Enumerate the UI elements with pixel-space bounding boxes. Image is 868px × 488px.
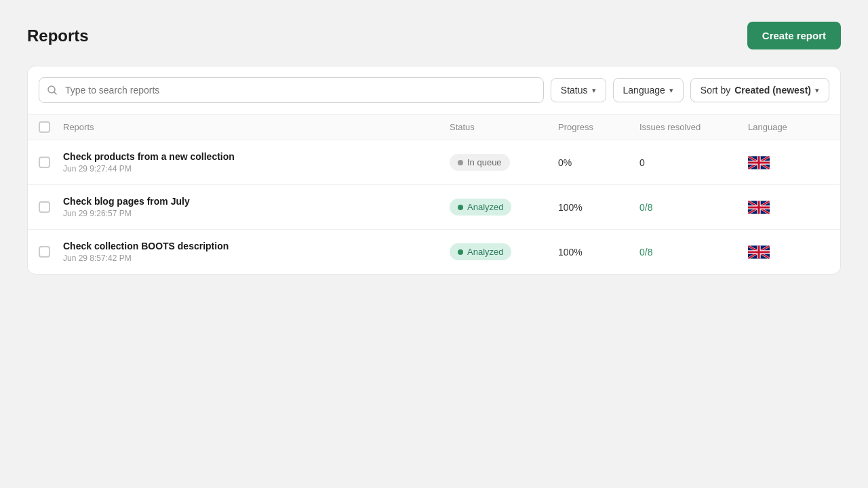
table-row: Check products from a new collection Jun… [28, 140, 840, 185]
status-cell-0: In queue [450, 154, 558, 171]
issues-cell-2: 0/8 [639, 247, 748, 258]
progress-cell-0: 0% [558, 157, 639, 168]
status-badge-0: In queue [450, 154, 510, 171]
report-name-1: Check blog pages from July [63, 196, 450, 207]
row-checkbox-0[interactable] [39, 157, 50, 168]
sort-button[interactable]: Sort by Created (newest) ▾ [690, 78, 829, 102]
search-input[interactable] [39, 77, 544, 103]
search-icon [47, 85, 58, 96]
report-info-2: Check collection BOOTS description Jun 2… [63, 241, 450, 263]
progress-cell-2: 100% [558, 247, 639, 258]
status-filter-label: Status [561, 85, 588, 96]
col-progress: Progress [558, 122, 639, 132]
flag-cell-1 [748, 201, 829, 214]
row-checkbox-2[interactable] [39, 246, 50, 258]
issues-cell-0: 0 [639, 157, 748, 168]
report-date-2: Jun 29 8:57:42 PM [63, 253, 450, 263]
table-body: Check products from a new collection Jun… [28, 140, 840, 274]
language-chevron-icon: ▾ [669, 86, 673, 95]
status-badge-1: Analyzed [450, 199, 511, 216]
flag-cell-2 [748, 245, 829, 259]
col-status: Status [450, 122, 558, 132]
report-info-0: Check products from a new collection Jun… [63, 151, 450, 174]
toolbar: Status ▾ Language ▾ Sort by Created (new… [28, 66, 840, 114]
status-cell-1: Analyzed [450, 199, 558, 216]
status-dot-2 [458, 249, 463, 255]
page-title: Reports [27, 26, 89, 45]
language-filter-label: Language [623, 85, 665, 96]
sort-chevron-icon: ▾ [815, 86, 819, 95]
row-checkbox-1[interactable] [39, 201, 50, 213]
status-cell-2: Analyzed [450, 243, 558, 260]
issues-cell-1: 0/8 [639, 202, 748, 213]
status-filter-button[interactable]: Status ▾ [551, 78, 606, 102]
sort-value: Created (newest) [734, 85, 811, 96]
report-date-1: Jun 29 9:26:57 PM [63, 209, 450, 218]
status-dot-0 [458, 160, 463, 165]
reports-container: Status ▾ Language ▾ Sort by Created (new… [27, 66, 841, 274]
report-date-0: Jun 29 9:27:44 PM [63, 164, 450, 174]
col-issues: Issues resolved [639, 122, 748, 132]
table-header: Reports Status Progress Issues resolved … [28, 114, 840, 140]
sort-prefix: Sort by [701, 85, 730, 96]
status-badge-2: Analyzed [450, 243, 511, 260]
flag-cell-0 [748, 156, 829, 169]
col-language: Language [748, 122, 829, 132]
status-chevron-icon: ▾ [592, 86, 596, 95]
col-reports: Reports [63, 122, 450, 132]
search-wrapper [39, 77, 544, 103]
status-dot-1 [458, 205, 463, 210]
report-name-0: Check products from a new collection [63, 151, 450, 162]
page-wrapper: Reports Create report Status ▾ Language [0, 0, 868, 488]
create-report-button[interactable]: Create report [747, 22, 841, 49]
report-name-2: Check collection BOOTS description [63, 241, 450, 251]
language-filter-button[interactable]: Language ▾ [613, 78, 684, 102]
table-row: Check blog pages from July Jun 29 9:26:5… [28, 185, 840, 230]
progress-cell-1: 100% [558, 202, 639, 213]
page-header: Reports Create report [27, 22, 841, 49]
table-row: Check collection BOOTS description Jun 2… [28, 230, 840, 274]
report-info-1: Check blog pages from July Jun 29 9:26:5… [63, 196, 450, 218]
select-all-checkbox[interactable] [39, 121, 50, 133]
svg-line-1 [54, 92, 57, 95]
